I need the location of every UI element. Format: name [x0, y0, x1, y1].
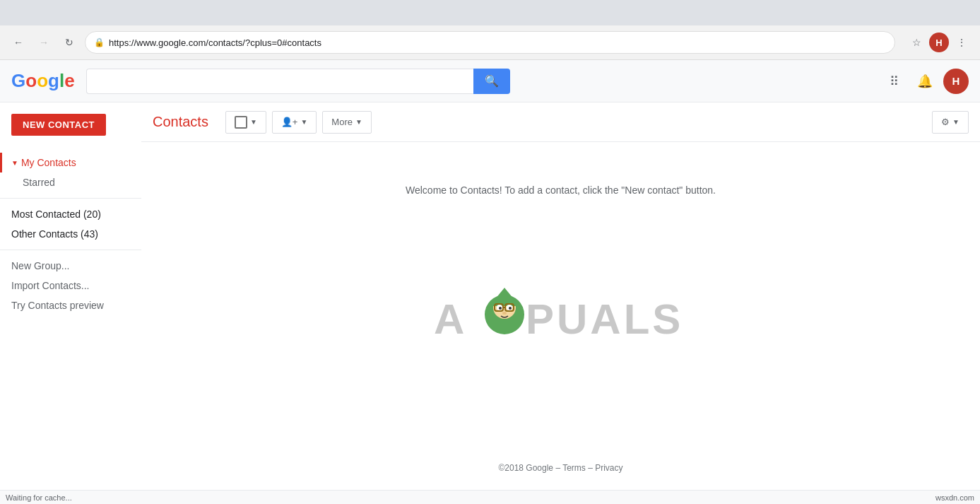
privacy-link[interactable]: Privacy: [595, 463, 622, 473]
google-logo: Google: [11, 70, 75, 92]
sidebar-divider-1: [0, 198, 141, 199]
svg-marker-3: [492, 288, 517, 303]
watermark-svg: A: [434, 288, 688, 344]
add-person-button[interactable]: 👤+ ▼: [272, 111, 317, 134]
expand-arrow-icon: ▼: [11, 159, 18, 167]
status-right-text: wsxdn.com: [935, 493, 974, 502]
sidebar-section-contacts: ▼ My Contacts Starred: [0, 153, 141, 192]
checkbox-icon: [235, 116, 247, 129]
sidebar-item-other-contacts[interactable]: Other Contacts (43): [0, 224, 141, 244]
copyright-text: ©2018 Google: [498, 463, 553, 473]
most-contacted-label: Most Contacted (20): [11, 209, 101, 220]
other-contacts-label: Other Contacts (43): [11, 228, 98, 240]
appuals-watermark: A: [434, 288, 688, 344]
search-bar-container: 🔍: [86, 69, 510, 94]
search-input[interactable]: [86, 69, 473, 94]
more-dropdown-arrow-icon: ▼: [355, 118, 362, 126]
lock-icon: 🔒: [94, 37, 105, 47]
watermark-container: A: [434, 288, 688, 344]
add-person-icon: 👤+: [281, 117, 298, 127]
notifications-button[interactable]: 🔔: [912, 69, 938, 94]
status-left-text: Waiting for cache...: [6, 493, 72, 502]
status-bar: Waiting for cache... wsxdn.com: [0, 490, 980, 504]
browser-user-avatar[interactable]: H: [929, 33, 949, 52]
browser-menu-button[interactable]: ⋮: [952, 33, 972, 52]
toolbar: Contacts ▼ 👤+ ▼ More ▼ ⚙ ▼: [141, 102, 980, 142]
import-contacts-label: Import Contacts...: [11, 280, 89, 291]
footer: ©2018 Google – Terms – Privacy: [492, 457, 628, 479]
search-icon: 🔍: [485, 74, 499, 88]
sidebar-item-most-contacted[interactable]: Most Contacted (20): [0, 204, 141, 224]
header-actions: ⠿ 🔔 H: [881, 69, 969, 94]
footer-separator-2: –: [588, 463, 595, 473]
new-contact-button[interactable]: NEW CONTACT: [11, 114, 106, 136]
sidebar-section-groups: Most Contacted (20) Other Contacts (43): [0, 204, 141, 244]
more-label: More: [331, 117, 353, 127]
select-button[interactable]: ▼: [225, 111, 266, 134]
sidebar-item-try-preview[interactable]: Try Contacts preview: [0, 295, 141, 315]
apps-button[interactable]: ⠿: [881, 69, 907, 94]
browser-nav: ← → ↻ 🔒 https://www.google.com/contacts/…: [0, 25, 980, 59]
svg-point-8: [509, 307, 512, 310]
starred-label: Starred: [23, 177, 55, 188]
try-preview-label: Try Contacts preview: [11, 300, 104, 311]
browser-titlebar: [0, 0, 980, 25]
sidebar-item-new-group[interactable]: New Group...: [0, 256, 141, 276]
svg-text:PUALS: PUALS: [526, 295, 683, 343]
settings-dropdown-arrow-icon: ▼: [952, 118, 960, 126]
more-button[interactable]: More ▼: [322, 111, 372, 134]
welcome-message: Welcome to Contacts! To add a contact, c…: [406, 184, 716, 196]
address-bar[interactable]: 🔒 https://www.google.com/contacts/?cplus…: [85, 31, 895, 54]
bookmark-button[interactable]: ☆: [907, 33, 926, 52]
page-title: Contacts: [153, 114, 208, 130]
sidebar-divider-2: [0, 250, 141, 250]
header-user-avatar[interactable]: H: [943, 69, 969, 94]
refresh-button[interactable]: ↻: [59, 33, 79, 52]
select-dropdown-arrow-icon: ▼: [250, 118, 257, 126]
google-header: Google 🔍 ⠿ 🔔 H: [0, 60, 980, 102]
content-area: Welcome to Contacts! To add a contact, c…: [141, 142, 980, 490]
terms-link[interactable]: Terms: [562, 463, 586, 473]
search-button[interactable]: 🔍: [473, 69, 510, 94]
new-group-label: New Group...: [11, 260, 69, 271]
app-body: NEW CONTACT ▼ My Contacts Starred Most C…: [0, 102, 980, 490]
address-url: https://www.google.com/contacts/?cplus=0…: [109, 37, 886, 48]
settings-icon: ⚙: [941, 117, 950, 127]
settings-button[interactable]: ⚙ ▼: [932, 111, 969, 134]
browser-actions: ☆ H ⋮: [907, 33, 972, 52]
svg-text:A: A: [434, 295, 467, 343]
sidebar-item-import-contacts[interactable]: Import Contacts...: [0, 276, 141, 295]
sidebar-item-starred[interactable]: Starred: [0, 172, 141, 192]
forward-button[interactable]: →: [34, 33, 54, 52]
main-content: Contacts ▼ 👤+ ▼ More ▼ ⚙ ▼ Welcome to Co…: [141, 102, 980, 490]
back-button[interactable]: ←: [8, 33, 28, 52]
my-contacts-label: My Contacts: [21, 157, 76, 168]
sidebar: NEW CONTACT ▼ My Contacts Starred Most C…: [0, 102, 141, 490]
svg-point-7: [499, 307, 502, 310]
svg-point-12: [502, 312, 507, 315]
sidebar-item-my-contacts[interactable]: ▼ My Contacts: [0, 153, 141, 172]
browser-chrome: ← → ↻ 🔒 https://www.google.com/contacts/…: [0, 0, 980, 60]
add-person-dropdown-arrow-icon: ▼: [300, 118, 307, 126]
footer-separator-1: –: [555, 463, 562, 473]
